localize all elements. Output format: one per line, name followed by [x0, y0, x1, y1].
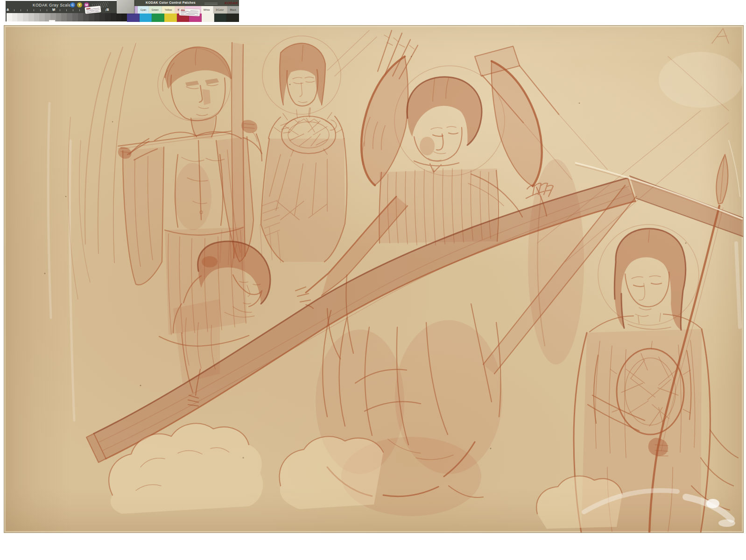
- gray-patch: [34, 13, 40, 21]
- color-label-text: Yellow: [165, 8, 172, 11]
- illegible-handwriting: [86, 7, 100, 13]
- color-label-green: Green: [149, 6, 162, 14]
- gray-patch: [99, 13, 105, 21]
- gray-patch: [12, 13, 18, 21]
- gray-patch: [111, 13, 116, 21]
- color-label-text: Cyan: [140, 8, 146, 11]
- scale-mark-m: M: [52, 7, 55, 12]
- gray-patch: [116, 13, 122, 21]
- color-label-text: Green: [152, 8, 159, 11]
- illegible-handwriting: [181, 10, 198, 15]
- gray-patch: [72, 13, 78, 21]
- color-patch-white: [202, 14, 214, 22]
- color-patch-black: [226, 14, 239, 22]
- gray-scale-patches: [7, 13, 127, 21]
- fine-print: [204, 2, 218, 5]
- separation-circle-y: Y: [77, 2, 82, 7]
- sanguine-drawing-angels-with-cross: [4, 25, 744, 533]
- kodak-gray-scale-strip: KODAK Gray Scale CYM KODAK A M B: [6, 1, 128, 21]
- color-label-text: Black: [230, 8, 236, 11]
- gray-patch: [28, 13, 34, 21]
- color-patch-yellow: [164, 14, 177, 22]
- color-label-white: White: [201, 6, 213, 14]
- gray-patch: [39, 13, 45, 21]
- color-label-cyan: Cyan: [138, 6, 149, 14]
- gray-patch: [23, 13, 28, 21]
- neutral-gray-card: [117, 0, 134, 14]
- color-patch-blue: [127, 14, 140, 22]
- gray-scale-title: KODAK Gray Scale: [33, 3, 71, 7]
- gray-patch: [89, 13, 94, 21]
- color-label-black: Black: [227, 6, 239, 14]
- gray-patch: [83, 13, 89, 21]
- angel-with-thorns: [261, 36, 347, 262]
- color-patch-3-color: [214, 14, 227, 22]
- white-dash-marker: [49, 20, 55, 21]
- color-strip-header: KODAK Color Control Patches KODAK: [134, 0, 239, 6]
- gray-patch: [121, 13, 127, 21]
- color-patch-green: [152, 14, 164, 22]
- gray-patch: [67, 13, 72, 21]
- inventory-sticker: [179, 8, 200, 16]
- separation-circles: CYM: [70, 2, 89, 7]
- gray-patch: [78, 13, 84, 21]
- gray-patch: [61, 13, 67, 21]
- scale-mark-a: A: [7, 7, 9, 12]
- banner-pole: [232, 42, 245, 258]
- color-patch-cyan: [140, 14, 152, 22]
- gray-patch: [17, 13, 23, 21]
- color-label-yellow: Yellow: [162, 6, 175, 14]
- color-strip-title: KODAK Color Control Patches: [146, 1, 196, 4]
- gray-patch: [105, 13, 111, 21]
- color-label-3-color: 3/Color: [213, 6, 227, 14]
- gray-patch: [56, 13, 62, 21]
- scale-mark-b: B: [106, 7, 109, 12]
- clouds: [109, 423, 622, 529]
- gray-patch: [94, 13, 100, 21]
- gray-patch: [7, 13, 12, 21]
- color-label-text: White: [204, 8, 210, 11]
- drawing-svg: [4, 26, 743, 532]
- scanned-artwork-page: { "page": { "background": "#ffffff", "wi…: [0, 0, 746, 560]
- separation-circle-c: C: [70, 2, 75, 7]
- color-label-text: 3/Color: [216, 8, 224, 11]
- kodak-logo: KODAK: [225, 1, 238, 5]
